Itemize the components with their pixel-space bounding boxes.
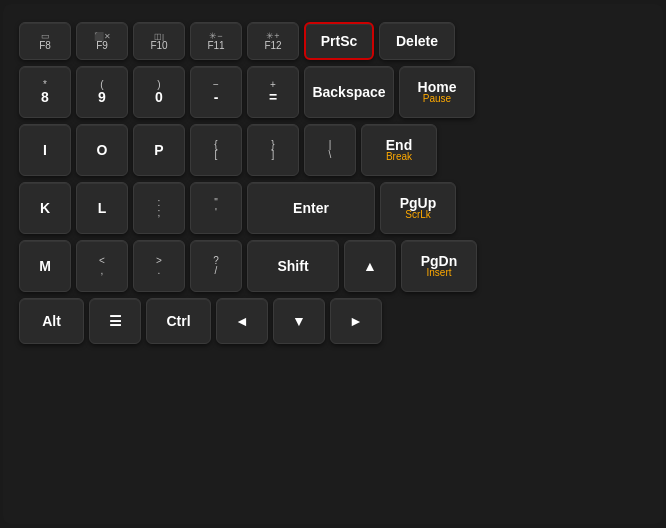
key-down-label: ▼: [292, 314, 306, 328]
kl-row: K L : ; " ' Enter PgUp ScrLk: [19, 182, 647, 234]
key-menu-label: ☰: [109, 314, 122, 328]
key-break-label: Break: [386, 152, 412, 162]
key-semicolon[interactable]: : ;: [133, 182, 185, 234]
key-pgdn[interactable]: PgDn Insert: [401, 240, 477, 292]
key-f12[interactable]: ✳+ F12: [247, 22, 299, 60]
function-key-row: ▭ F8 ⬛✕ F9 ◫| F10 ✳− F11 ✳+ F12 PrtSc De…: [19, 22, 647, 60]
key-menu[interactable]: ☰: [89, 298, 141, 344]
key-pipe[interactable]: | \: [304, 124, 356, 176]
key-p-label: P: [154, 143, 163, 157]
key-f10[interactable]: ◫| F10: [133, 22, 185, 60]
key-semicolon-bottom: ;: [158, 208, 161, 218]
key-i-label: I: [43, 143, 47, 157]
f10-label: F10: [150, 41, 167, 51]
key-home-label: Home: [418, 80, 457, 94]
key-enter-label: Enter: [293, 201, 329, 215]
key-pgup[interactable]: PgUp ScrLk: [380, 182, 456, 234]
key-period[interactable]: > .: [133, 240, 185, 292]
key-quote[interactable]: " ': [190, 182, 242, 234]
key-end-label: End: [386, 138, 412, 152]
key-ctrl-label: Ctrl: [166, 314, 190, 328]
key-0[interactable]: ) 0: [133, 66, 185, 118]
key-equal-main: =: [269, 90, 277, 104]
key-rbracket-bottom: ]: [272, 150, 275, 160]
f11-label: F11: [207, 41, 224, 51]
key-period-bottom: .: [158, 266, 161, 276]
bottom-row: Alt ☰ Ctrl ◄ ▼ ►: [19, 298, 647, 344]
key-left-bracket[interactable]: { [: [190, 124, 242, 176]
key-minus-main: -: [214, 90, 219, 104]
key-l[interactable]: L: [76, 182, 128, 234]
key-alt[interactable]: Alt: [19, 298, 84, 344]
number-row: * 8 ( 9 ) 0 − - + = Backspace Home Pause: [19, 66, 647, 118]
key-m[interactable]: M: [19, 240, 71, 292]
key-minus[interactable]: − -: [190, 66, 242, 118]
key-8-main: 8: [41, 90, 49, 104]
delete-label: Delete: [396, 34, 438, 48]
key-up-arrow[interactable]: ▲: [344, 240, 396, 292]
key-i[interactable]: I: [19, 124, 71, 176]
f9-label: F9: [96, 41, 108, 51]
key-right-arrow[interactable]: ►: [330, 298, 382, 344]
iop-row: I O P { [ } ] | \ End Break: [19, 124, 647, 176]
key-insert-label: Insert: [426, 268, 451, 278]
key-pipe-bottom: \: [329, 150, 332, 160]
key-home[interactable]: Home Pause: [399, 66, 475, 118]
key-scrlk-label: ScrLk: [405, 210, 431, 220]
key-right-label: ►: [349, 314, 363, 328]
key-slash[interactable]: ? /: [190, 240, 242, 292]
key-alt-label: Alt: [42, 314, 61, 328]
key-backspace-label: Backspace: [312, 85, 385, 99]
key-backspace[interactable]: Backspace: [304, 66, 394, 118]
f12-label: F12: [264, 41, 281, 51]
key-m-label: M: [39, 259, 51, 273]
key-equal[interactable]: + =: [247, 66, 299, 118]
key-enter[interactable]: Enter: [247, 182, 375, 234]
key-f8[interactable]: ▭ F8: [19, 22, 71, 60]
f8-label: F8: [39, 41, 51, 51]
key-up-label: ▲: [363, 259, 377, 273]
key-right-shift[interactable]: Shift: [247, 240, 339, 292]
key-9-main: 9: [98, 90, 106, 104]
key-k[interactable]: K: [19, 182, 71, 234]
key-comma-bottom: ,: [101, 266, 104, 276]
key-right-ctrl[interactable]: Ctrl: [146, 298, 211, 344]
key-delete[interactable]: Delete: [379, 22, 455, 60]
key-8[interactable]: * 8: [19, 66, 71, 118]
keyboard: ▭ F8 ⬛✕ F9 ◫| F10 ✳− F11 ✳+ F12 PrtSc De…: [3, 4, 663, 524]
key-down-arrow[interactable]: ▼: [273, 298, 325, 344]
key-right-bracket[interactable]: } ]: [247, 124, 299, 176]
key-p[interactable]: P: [133, 124, 185, 176]
key-0-main: 0: [155, 90, 163, 104]
key-pgdn-label: PgDn: [421, 254, 458, 268]
key-left-label: ◄: [235, 314, 249, 328]
key-comma[interactable]: < ,: [76, 240, 128, 292]
key-left-arrow[interactable]: ◄: [216, 298, 268, 344]
key-shift-label: Shift: [277, 259, 308, 273]
key-prtsc[interactable]: PrtSc: [304, 22, 374, 60]
key-slash-bottom: /: [215, 266, 218, 276]
key-k-label: K: [40, 201, 50, 215]
key-pgup-label: PgUp: [400, 196, 437, 210]
key-lbracket-bottom: [: [215, 150, 218, 160]
key-quote-bottom: ': [215, 208, 217, 218]
m-row: M < , > . ? / Shift ▲ PgDn Insert: [19, 240, 647, 292]
key-f11[interactable]: ✳− F11: [190, 22, 242, 60]
key-l-label: L: [98, 201, 107, 215]
key-f9[interactable]: ⬛✕ F9: [76, 22, 128, 60]
key-o[interactable]: O: [76, 124, 128, 176]
key-9[interactable]: ( 9: [76, 66, 128, 118]
prtsc-label: PrtSc: [321, 34, 358, 48]
key-end[interactable]: End Break: [361, 124, 437, 176]
key-o-label: O: [97, 143, 108, 157]
key-pause-label: Pause: [423, 94, 451, 104]
